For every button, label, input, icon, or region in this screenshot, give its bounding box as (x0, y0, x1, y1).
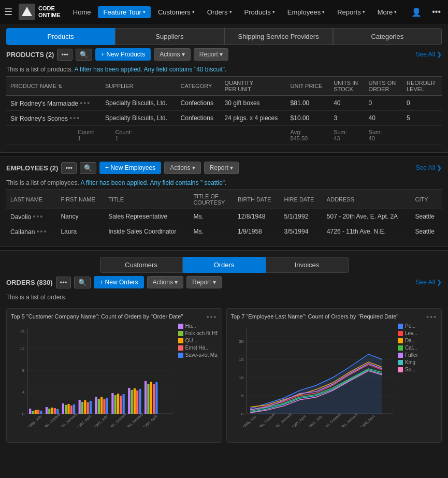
chart-more-2[interactable]: ••• (426, 313, 437, 321)
nav-right: 👤 ••• (408, 5, 444, 19)
nav-employees[interactable]: Employees ▾ (282, 6, 330, 18)
employees-actions-button[interactable]: Actions ▾ (164, 162, 201, 174)
legend-item: Pe... (398, 323, 437, 329)
chart-legend-2: Pe... Lev... Da... Cal... (396, 323, 437, 427)
nav-products[interactable]: Products ▾ (239, 6, 280, 18)
employees-filter-link[interactable]: A filter has been applied. Any field con… (80, 179, 226, 186)
svg-rect-30 (90, 401, 92, 414)
products-filter-link[interactable]: A filter has been applied. Any field con… (74, 66, 226, 73)
orders-report-button[interactable]: Report ▾ (186, 276, 221, 288)
products-actions-button[interactable]: Actions ▾ (154, 48, 191, 61)
employees-filter-text: This is a list of employees. A filter ha… (0, 177, 448, 190)
row-actions-1[interactable]: ••• (80, 99, 91, 107)
tab-suppliers[interactable]: Suppliers (115, 28, 224, 45)
col-last-name[interactable]: LAST NAME (6, 190, 56, 209)
chart-svg-1: 0 4 8 12 16 (11, 323, 176, 427)
chart-more-1[interactable]: ••• (207, 313, 218, 321)
col-title[interactable]: TITLE (104, 190, 189, 209)
col-hire[interactable]: HIRE DATE (280, 190, 323, 209)
nav-orders[interactable]: Orders ▾ (202, 6, 237, 18)
stock-2: 3 (329, 111, 364, 126)
tab-invoices[interactable]: Invoices (266, 257, 349, 273)
employees-options-button[interactable]: ••• (61, 162, 77, 174)
svg-rect-11 (29, 409, 31, 414)
svg-text:16: 16 (20, 329, 25, 334)
svg-text:8: 8 (22, 369, 25, 373)
svg-rect-47 (147, 384, 149, 414)
products-report-button[interactable]: Report ▾ (194, 48, 228, 61)
qty-2: 24 pkgs. x 4 pieces (221, 111, 286, 126)
col-qty[interactable]: QUANTITYPER UNIT (221, 77, 286, 96)
row-actions-2[interactable]: ••• (69, 114, 80, 122)
orders-actions-button[interactable]: Actions ▾ (147, 276, 184, 288)
emp-row-actions-2[interactable]: ••• (37, 227, 48, 236)
col-stock[interactable]: UNITS INSTOCK (329, 77, 364, 96)
orders-filter-text: This is a list of orders. (0, 292, 448, 304)
svg-rect-39 (120, 396, 122, 414)
products-options-button[interactable]: ••• (57, 49, 73, 61)
legend-color (398, 338, 403, 343)
col-birth[interactable]: BIRTH DATE (234, 190, 280, 209)
svg-rect-27 (81, 402, 83, 414)
user-profile-button[interactable]: 👤 (408, 5, 425, 19)
col-first-name[interactable]: FIRST NAME (56, 190, 104, 209)
tab-orders[interactable]: Orders (183, 257, 266, 273)
logo: CODEONTIME (19, 4, 61, 20)
charts-row: Top 5 "Customer Company Name": Count of … (0, 304, 448, 447)
col-reorder[interactable]: REORDERLEVEL (402, 77, 442, 96)
nav-home[interactable]: Home (68, 6, 96, 18)
nav-more[interactable]: More ▾ (372, 6, 402, 18)
nav-reports[interactable]: Reports ▾ (332, 6, 370, 18)
svg-text:1997, April: 1997, April (76, 414, 93, 427)
employees-see-all[interactable]: See All ❯ (416, 164, 442, 171)
svg-rect-17 (48, 409, 50, 414)
col-address[interactable]: ADDRESS (323, 190, 411, 209)
employees-report-button[interactable]: Report ▾ (204, 162, 239, 174)
products-search-button[interactable]: 🔍 (76, 49, 92, 61)
legend-color (398, 360, 403, 365)
svg-rect-33 (100, 397, 103, 414)
orders-see-all[interactable]: See All ❯ (416, 279, 442, 286)
sum2-label: Sum: (369, 129, 398, 135)
nav-customers[interactable]: Customers ▾ (153, 6, 200, 18)
top-navigation: ☰ CODEONTIME Home Feature Tour ▾ Custome… (0, 0, 448, 24)
svg-text:0: 0 (241, 412, 243, 417)
col-price[interactable]: UNIT PRICE (286, 77, 330, 96)
svg-rect-44 (136, 390, 138, 414)
orders-options-button[interactable]: ••• (56, 277, 71, 288)
tab-categories[interactable]: Categories (333, 28, 442, 45)
legend-item: Su... (398, 367, 437, 372)
tab-products[interactable]: Products (6, 28, 115, 45)
products-see-all[interactable]: See All ❯ (416, 51, 442, 58)
hamburger-menu[interactable]: ☰ (4, 6, 12, 18)
col-product-name[interactable]: PRODUCT NAME ⇅ (6, 77, 101, 96)
col-supplier[interactable]: SUPPLIER (101, 77, 177, 96)
svg-rect-35 (106, 398, 108, 414)
new-employees-button[interactable]: + New Employees (99, 162, 161, 174)
employees-search-button[interactable]: 🔍 (80, 162, 96, 174)
tab-customers[interactable]: Customers (100, 257, 183, 273)
col-courtesy[interactable]: TITLE OFCOURTESY (189, 190, 234, 209)
legend-item: Ernst Ha... (178, 345, 218, 351)
divider-2 (0, 247, 448, 251)
emp-row-actions-1[interactable]: ••• (33, 212, 44, 221)
nav-feature-tour[interactable]: Feature Tour ▾ (98, 6, 150, 18)
svg-rect-46 (144, 381, 147, 414)
new-products-button[interactable]: + New Products (95, 48, 151, 61)
chart-title-1: Top 5 "Customer Company Name": Count of … (11, 313, 218, 320)
orders-search-button[interactable]: 🔍 (74, 277, 91, 288)
more-options-button[interactable]: ••• (429, 5, 444, 19)
col-category[interactable]: CATEGORY (177, 77, 221, 96)
emp-birth-1: 12/8/1948 (234, 209, 280, 224)
logo-svg (21, 6, 33, 18)
col-order[interactable]: UNITS ONORDER (365, 77, 402, 96)
new-orders-button[interactable]: + New Orders (94, 276, 143, 288)
svg-rect-24 (70, 405, 73, 414)
col-city[interactable]: CITY (411, 190, 442, 209)
reorder-1: 0 (402, 96, 442, 111)
tab-shipping[interactable]: Shipping Service Providers (224, 28, 333, 45)
emp-last-2: Callahan (10, 228, 35, 236)
svg-text:1997, April: 1997, April (291, 414, 307, 427)
table-row: Sir Rodney's Scones ••• Specialty Biscui… (6, 111, 442, 126)
products-section-title: PRODUCTS (2) (6, 51, 54, 59)
